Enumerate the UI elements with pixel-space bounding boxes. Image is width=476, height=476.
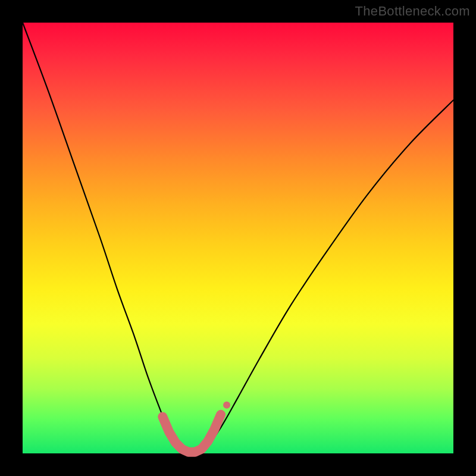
trough-marker-stroke <box>162 415 221 452</box>
plot-area <box>23 23 453 453</box>
trough-marker-dot <box>223 402 230 409</box>
chart-svg <box>23 23 453 453</box>
trough-marker-group <box>162 402 230 452</box>
chart-frame: TheBottleneck.com <box>0 0 476 476</box>
watermark-text: TheBottleneck.com <box>355 4 470 19</box>
bottleneck-curve-path <box>23 23 453 455</box>
